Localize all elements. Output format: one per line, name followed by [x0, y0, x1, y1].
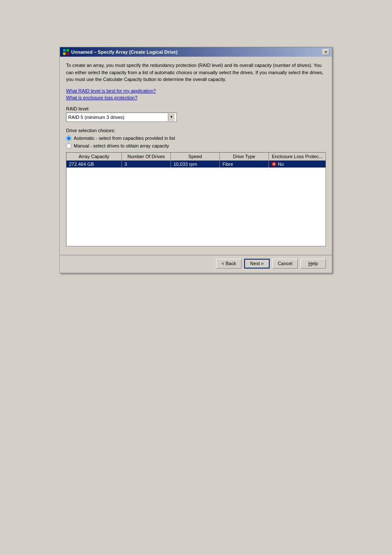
- close-button[interactable]: ×: [323, 49, 329, 55]
- dialog-footer: < Back Next » Cancel Help: [60, 255, 332, 273]
- drive-selection-group: Drive selection choices: Automatic - sel…: [66, 128, 326, 149]
- radio-manual-option[interactable]: Manual - select drives to obtain array c…: [66, 143, 326, 149]
- cell-array-capacity: 272.464 GB: [66, 161, 122, 168]
- radio-automatic-label: Automatic - select from capacities provi…: [74, 136, 175, 141]
- raid-level-link[interactable]: What RAID level is best for my applicati…: [66, 88, 326, 93]
- cancel-button[interactable]: Cancel: [272, 259, 298, 269]
- enclosure-loss-link[interactable]: What is enclosure loss protection?: [66, 95, 326, 100]
- raid-level-section: RAID level: RAID 5 (minimum 3 drives) ▼: [66, 106, 326, 122]
- svg-rect-1: [66, 49, 69, 52]
- help-button[interactable]: Help: [300, 259, 326, 269]
- col-number-of-drives: Number Of Drives: [122, 153, 171, 160]
- cancel-label: Cancel: [278, 261, 292, 266]
- col-array-capacity: Array Capacity: [66, 153, 122, 160]
- cell-drive-type: Fibre: [220, 161, 269, 168]
- cell-number-of-drives: 3: [122, 161, 171, 168]
- capacity-table: Array Capacity Number Of Drives Speed Dr…: [66, 152, 326, 246]
- raid-level-select[interactable]: RAID 5 (minimum 3 drives) ▼: [66, 113, 177, 122]
- enclosure-loss-value: ⊘ No: [271, 162, 284, 167]
- svg-rect-0: [63, 49, 66, 52]
- next-label: Next »: [250, 261, 264, 266]
- table-row[interactable]: 272.464 GB 3 10,033 rpm Fibre ⊘ No: [66, 161, 326, 168]
- main-window: Unnamed – Specify Array (Create Logical …: [60, 47, 332, 273]
- no-icon: ⊘: [271, 162, 277, 167]
- radio-automatic-option[interactable]: Automatic - select from capacities provi…: [66, 136, 326, 141]
- back-button[interactable]: < Back: [216, 259, 242, 269]
- drive-selection-label: Drive selection choices:: [66, 128, 326, 133]
- cell-speed: 10,033 rpm: [171, 161, 220, 168]
- select-arrow-icon: ▼: [168, 113, 175, 121]
- radio-manual-label: Manual - select drives to obtain array c…: [74, 143, 169, 148]
- title-bar: Unnamed – Specify Array (Create Logical …: [60, 47, 332, 57]
- svg-rect-2: [63, 52, 66, 55]
- col-enclosure-loss: Enclosure Loss Protec...: [269, 153, 326, 160]
- table-header: Array Capacity Number Of Drives Speed Dr…: [66, 153, 326, 161]
- enclosure-loss-text: No: [278, 162, 284, 167]
- raid-label: RAID level:: [66, 106, 326, 111]
- col-speed: Speed: [171, 153, 220, 160]
- links-section: What RAID level is best for my applicati…: [66, 88, 326, 100]
- table-body: 272.464 GB 3 10,033 rpm Fibre ⊘ No: [66, 161, 326, 246]
- radio-manual[interactable]: [66, 143, 72, 149]
- cell-enclosure-loss: ⊘ No: [269, 161, 326, 168]
- help-label: Help: [308, 261, 318, 266]
- window-title: Unnamed – Specify Array (Create Logical …: [71, 49, 178, 55]
- col-drive-type: Drive Type: [220, 153, 269, 160]
- description-text: To create an array, you must specify the…: [66, 62, 326, 83]
- window-icon: [63, 49, 69, 55]
- radio-automatic[interactable]: [66, 136, 72, 141]
- dialog-content: To create an array, you must specify the…: [60, 57, 332, 251]
- svg-rect-3: [66, 52, 69, 55]
- raid-level-value: RAID 5 (minimum 3 drives): [68, 115, 124, 120]
- next-button[interactable]: Next »: [244, 259, 270, 269]
- back-label: < Back: [222, 261, 236, 266]
